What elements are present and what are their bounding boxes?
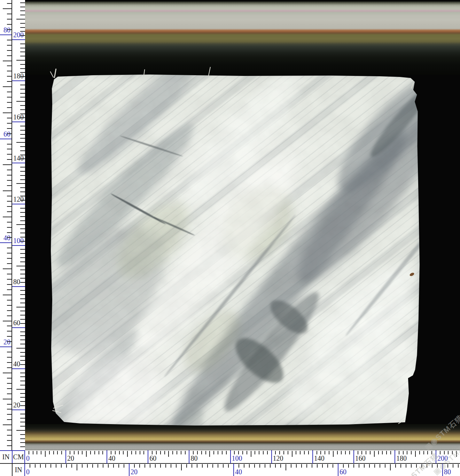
ruler-left-background bbox=[0, 0, 25, 450]
slab-scan-canvas: IN CM IN 2040608020406080100120140160180… bbox=[0, 0, 460, 476]
ruler-bottom-top-line bbox=[25, 450, 460, 450]
ruler-bottom-row-separator bbox=[0, 463, 460, 464]
ruler-unit-label-in: IN bbox=[0, 451, 12, 463]
ruler-unit-label-in: IN bbox=[13, 464, 24, 476]
ruler-left-divider-line bbox=[11, 0, 12, 450]
scanner-artifact-bands-bottom bbox=[25, 424, 460, 450]
ruler-unit-label-cm: CM bbox=[13, 451, 24, 463]
scanner-artifact-bands-top bbox=[25, 0, 460, 75]
marble-slab-image bbox=[49, 73, 420, 426]
slab-edge-shadow bbox=[49, 73, 420, 426]
